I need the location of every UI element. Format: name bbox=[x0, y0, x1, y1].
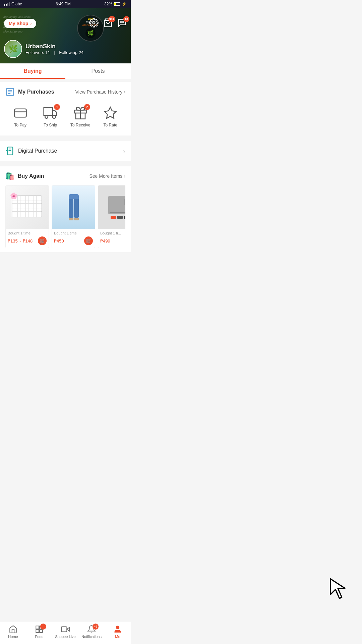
swatch-black bbox=[124, 216, 125, 219]
svg-marker-17 bbox=[105, 107, 116, 118]
price-3: ₱499 bbox=[100, 238, 110, 244]
jeans-feet-left bbox=[69, 218, 73, 220]
profile-banner: anti-aging, anti-acne anti-bacterial, an… bbox=[0, 8, 131, 63]
cart-badge: 99+ bbox=[108, 16, 115, 22]
add-to-cart-2[interactable]: 🛒 bbox=[84, 236, 93, 245]
jeans-visual bbox=[69, 194, 79, 220]
laptop-visual: 🌸 bbox=[12, 196, 44, 219]
product-card-1[interactable]: 🌸 Bought 1 time ₱135 ~ ₱148 🛒 bbox=[5, 185, 49, 248]
chat-badge: 13 bbox=[123, 16, 129, 22]
price-row-3: ₱499 🛒 bbox=[100, 236, 125, 245]
jeans-leg-left bbox=[69, 199, 73, 218]
my-shop-label: My Shop bbox=[9, 21, 28, 26]
product-info-1: Bought 1 time ₱135 ~ ₱148 🛒 bbox=[6, 229, 49, 248]
profile-username: UrbanSkin bbox=[25, 43, 83, 50]
carrier-label: Globe bbox=[11, 2, 22, 6]
digital-purchase-left: Digital Purchase bbox=[5, 146, 57, 156]
svg-point-3 bbox=[122, 22, 122, 22]
to-receive-label: To Receive bbox=[70, 123, 90, 127]
purchases-title: My Purchases bbox=[5, 87, 54, 97]
status-to-pay[interactable]: To Pay bbox=[5, 106, 36, 127]
product-image-3 bbox=[98, 185, 125, 229]
chat-icon-wrap[interactable]: 13 bbox=[117, 18, 127, 29]
to-pay-label: To Pay bbox=[14, 123, 26, 127]
followers-label: Followers bbox=[25, 50, 45, 55]
to-pay-icon-wrap bbox=[13, 106, 27, 120]
color-swatches bbox=[111, 216, 125, 219]
charging-icon: ⚡ bbox=[122, 2, 127, 6]
to-ship-label: To Ship bbox=[44, 123, 57, 127]
product-image-2 bbox=[52, 185, 95, 229]
price-row-1: ₱135 ~ ₱148 🛒 bbox=[8, 236, 47, 245]
jeans-top bbox=[69, 194, 79, 199]
status-to-ship[interactable]: 1 To Ship bbox=[36, 106, 66, 127]
purchases-label: My Purchases bbox=[18, 89, 54, 95]
my-shop-button[interactable]: My Shop › bbox=[4, 19, 36, 28]
followers-count: 11 bbox=[45, 50, 50, 55]
jeans-legs bbox=[69, 199, 79, 218]
buy-again-left: 🛍️ Buy Again bbox=[5, 172, 44, 180]
status-left: Globe bbox=[4, 2, 22, 6]
see-more-chevron: › bbox=[124, 173, 125, 179]
purchases-section: My Purchases View Purchase History › To … bbox=[0, 82, 131, 136]
status-bar: Globe 6:49 PM 32% ⚡ bbox=[0, 0, 131, 8]
signal-bars bbox=[4, 2, 10, 6]
to-receive-icon-wrap: 2 bbox=[73, 106, 87, 120]
purchases-icon bbox=[5, 87, 15, 97]
buy-again-label: Buy Again bbox=[18, 173, 44, 179]
svg-marker-12 bbox=[53, 111, 57, 115]
svg-point-14 bbox=[53, 115, 56, 118]
digital-purchase-label: Digital Purchase bbox=[18, 148, 57, 154]
section-divider-1 bbox=[0, 79, 131, 82]
buy-again-section: 🛍️ Buy Again See More Items › 🌸 Bought bbox=[0, 166, 131, 252]
buy-again-header: 🛍️ Buy Again See More Items › bbox=[5, 172, 125, 180]
stat-divider: | bbox=[54, 50, 55, 55]
chevron-right-icon: › bbox=[30, 21, 32, 26]
signal-bar-2 bbox=[6, 4, 7, 6]
to-pay-icon bbox=[13, 106, 27, 120]
grid-laptop: 🌸 bbox=[6, 185, 49, 229]
tab-posts[interactable]: Posts bbox=[65, 63, 131, 79]
to-receive-badge: 2 bbox=[84, 104, 90, 110]
product-card-3[interactable]: Bought 1 ti... ₱499 🛒 bbox=[98, 185, 125, 248]
profile-text: UrbanSkin Followers 11 | Following 24 bbox=[25, 43, 83, 55]
see-more-button[interactable]: See More Items › bbox=[89, 173, 126, 179]
top-navigation: My Shop › 99+ bbox=[0, 18, 131, 29]
status-right: 32% ⚡ bbox=[104, 2, 127, 6]
price-1: ₱135 ~ ₱148 bbox=[8, 238, 33, 244]
to-rate-icon bbox=[103, 106, 117, 120]
jeans-feet-right bbox=[74, 218, 79, 220]
bought-times-1: Bought 1 time bbox=[8, 231, 47, 235]
view-history-label: View Purchase History bbox=[75, 89, 123, 95]
svg-point-13 bbox=[45, 115, 48, 118]
svg-point-0 bbox=[93, 22, 95, 24]
price-2: ₱450 bbox=[54, 238, 64, 244]
jeans-leg-right bbox=[74, 199, 79, 218]
product-image-1: 🌸 bbox=[6, 185, 49, 229]
price-row-2: ₱450 🛒 bbox=[54, 236, 93, 245]
status-to-receive[interactable]: 2 To Receive bbox=[65, 106, 96, 127]
bottom-padding bbox=[0, 252, 131, 279]
profile-info: 🌿 UrbanSkin Followers 11 | Following 24 bbox=[4, 40, 83, 58]
jeans-feet bbox=[69, 218, 79, 220]
svg-rect-9 bbox=[14, 109, 26, 117]
add-to-cart-1[interactable]: 🛒 bbox=[38, 236, 47, 245]
svg-rect-11 bbox=[44, 108, 53, 115]
avatar[interactable]: 🌿 bbox=[4, 40, 22, 58]
tab-buying[interactable]: Buying bbox=[0, 63, 65, 79]
product-card-2[interactable]: Bought 1 time ₱450 🛒 bbox=[52, 185, 95, 248]
digital-purchase-section[interactable]: Digital Purchase › bbox=[0, 141, 131, 161]
bought-times-2: Bought 1 time bbox=[54, 231, 93, 235]
status-to-rate[interactable]: To Rate bbox=[96, 106, 126, 127]
svg-point-4 bbox=[123, 22, 123, 22]
swatch-dark bbox=[117, 216, 123, 219]
cart-icon-wrap[interactable]: 99+ bbox=[103, 18, 113, 29]
settings-icon-wrap[interactable] bbox=[89, 18, 99, 29]
to-ship-icon-wrap: 1 bbox=[43, 106, 57, 120]
bag-pocket bbox=[124, 199, 125, 205]
battery-fill bbox=[114, 3, 116, 5]
view-history-button[interactable]: View Purchase History › bbox=[75, 89, 125, 95]
flower-deco: 🌸 bbox=[10, 192, 17, 200]
swatch-red bbox=[111, 216, 116, 219]
to-rate-label: To Rate bbox=[104, 123, 117, 127]
